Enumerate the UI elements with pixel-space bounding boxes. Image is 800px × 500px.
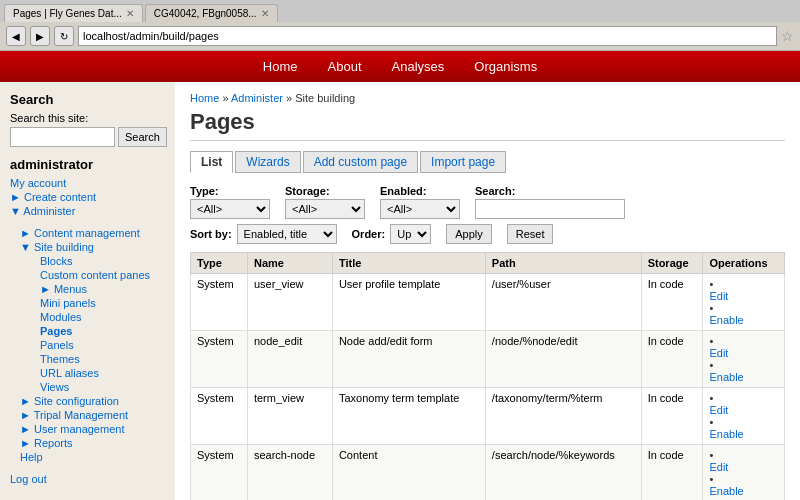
cell-operations: •Edit•Enable — [703, 388, 785, 445]
filter-row: Type: <All> Storage: <All> Enabled: <All… — [190, 185, 785, 219]
user-management-link[interactable]: ► User management — [20, 422, 165, 436]
storage-filter: Storage: <All> — [285, 185, 365, 219]
pages-current: Pages — [40, 324, 165, 338]
reset-button[interactable]: Reset — [507, 224, 554, 244]
nav-about[interactable]: About — [328, 59, 362, 74]
help-link[interactable]: Help — [20, 450, 165, 464]
tripal-management-link[interactable]: ► Tripal Management — [20, 408, 165, 422]
op-link-edit[interactable]: Edit — [709, 290, 778, 302]
sort-row: Sort by: Enabled, title Order: Up Apply … — [190, 224, 785, 244]
order-label: Order: — [352, 228, 386, 240]
cell-name: term_view — [247, 388, 332, 445]
address-bar: ◀ ▶ ↻ ☆ — [0, 22, 800, 50]
site-building-link[interactable]: ▼ Site building — [20, 240, 165, 254]
op-link-enable[interactable]: Enable — [709, 428, 778, 440]
tab-add-custom-page[interactable]: Add custom page — [303, 151, 418, 173]
search-label: Search this site: — [10, 112, 165, 124]
create-content-link[interactable]: ► Create content — [10, 190, 165, 204]
enabled-select[interactable]: <All> — [380, 199, 460, 219]
cell-title: User profile template — [332, 274, 485, 331]
col-type: Type — [191, 253, 248, 274]
order-group: Order: Up — [352, 224, 432, 244]
browser-chrome: Pages | Fly Genes Dat... ✕ CG40042, FBgn… — [0, 0, 800, 51]
content-wrapper: Search Search this site: Search administ… — [0, 82, 800, 500]
breadcrumb: Home » Administer » Site building — [190, 92, 785, 104]
search-filter-input[interactable] — [475, 199, 625, 219]
cell-operations: •Edit•Enable — [703, 445, 785, 501]
cell-type: System — [191, 388, 248, 445]
panels-link[interactable]: Panels — [40, 338, 165, 352]
logout-link[interactable]: Log out — [10, 472, 165, 486]
op-link-enable[interactable]: Enable — [709, 314, 778, 326]
administer-link[interactable]: ▼ Administer — [10, 204, 165, 218]
op-link-edit[interactable]: Edit — [709, 461, 778, 473]
mini-panels-link[interactable]: Mini panels — [40, 296, 165, 310]
table-row: System user_view User profile template /… — [191, 274, 785, 331]
cell-type: System — [191, 274, 248, 331]
search-row: Search — [10, 127, 165, 147]
cell-name: user_view — [247, 274, 332, 331]
nav-organisms[interactable]: Organisms — [474, 59, 537, 74]
cell-storage: In code — [641, 445, 703, 501]
custom-content-panes-link[interactable]: Custom content panes — [40, 268, 165, 282]
blocks-link[interactable]: Blocks — [40, 254, 165, 268]
pages-table: Type Name Title Path Storage Operations … — [190, 252, 785, 500]
cell-title: Taxonomy term template — [332, 388, 485, 445]
op-link-enable[interactable]: Enable — [709, 371, 778, 383]
type-select[interactable]: <All> — [190, 199, 270, 219]
search-section-title: Search — [10, 92, 165, 107]
storage-select[interactable]: <All> — [285, 199, 365, 219]
table-row: System search-node Content /search/node/… — [191, 445, 785, 501]
reports-link[interactable]: ► Reports — [20, 436, 165, 450]
search-filter: Search: — [475, 185, 625, 219]
back-button[interactable]: ◀ — [6, 26, 26, 46]
sidebar-user-section: administrator My account ► Create conten… — [10, 157, 165, 218]
cell-storage: In code — [641, 388, 703, 445]
top-navigation: Home About Analyses Organisms — [0, 51, 800, 82]
op-link-edit[interactable]: Edit — [709, 347, 778, 359]
col-title: Title — [332, 253, 485, 274]
username-label: administrator — [10, 157, 165, 172]
tab-wizards[interactable]: Wizards — [235, 151, 300, 173]
type-label: Type: — [190, 185, 270, 197]
forward-button[interactable]: ▶ — [30, 26, 50, 46]
op-link-edit[interactable]: Edit — [709, 404, 778, 416]
breadcrumb-current: Site building — [295, 92, 355, 104]
cell-name: node_edit — [247, 331, 332, 388]
menus-link[interactable]: ► Menus — [40, 282, 165, 296]
site-configuration-link[interactable]: ► Site configuration — [20, 394, 165, 408]
search-input[interactable] — [10, 127, 115, 147]
tab-import-page[interactable]: Import page — [420, 151, 506, 173]
browser-tab-1[interactable]: Pages | Fly Genes Dat... ✕ — [4, 4, 143, 22]
url-input[interactable] — [78, 26, 777, 46]
nav-home[interactable]: Home — [263, 59, 298, 74]
cell-storage: In code — [641, 331, 703, 388]
cell-path: /node/%node/edit — [485, 331, 641, 388]
themes-link[interactable]: Themes — [40, 352, 165, 366]
url-aliases-link[interactable]: URL aliases — [40, 366, 165, 380]
breadcrumb-home[interactable]: Home — [190, 92, 219, 104]
cell-storage: In code — [641, 274, 703, 331]
apply-button[interactable]: Apply — [446, 224, 492, 244]
bookmark-star[interactable]: ☆ — [781, 28, 794, 44]
enabled-filter: Enabled: <All> — [380, 185, 460, 219]
views-link[interactable]: Views — [40, 380, 165, 394]
order-select[interactable]: Up — [390, 224, 431, 244]
tab-close-1[interactable]: ✕ — [126, 8, 134, 19]
tab-close-2[interactable]: ✕ — [261, 8, 269, 19]
my-account-link[interactable]: My account — [10, 176, 165, 190]
browser-tab-2[interactable]: CG40042, FBgn0058... ✕ — [145, 4, 278, 22]
breadcrumb-administer[interactable]: Administer — [231, 92, 283, 104]
nav-analyses[interactable]: Analyses — [392, 59, 445, 74]
main-content: Home » Administer » Site building Pages … — [175, 82, 800, 500]
tab-list[interactable]: List — [190, 151, 233, 173]
cell-type: System — [191, 331, 248, 388]
cell-operations: •Edit•Enable — [703, 274, 785, 331]
sortby-select[interactable]: Enabled, title — [237, 224, 337, 244]
col-storage: Storage — [641, 253, 703, 274]
search-button[interactable]: Search — [118, 127, 167, 147]
content-management-link[interactable]: ► Content management — [20, 226, 165, 240]
refresh-button[interactable]: ↻ — [54, 26, 74, 46]
op-link-enable[interactable]: Enable — [709, 485, 778, 497]
modules-link[interactable]: Modules — [40, 310, 165, 324]
